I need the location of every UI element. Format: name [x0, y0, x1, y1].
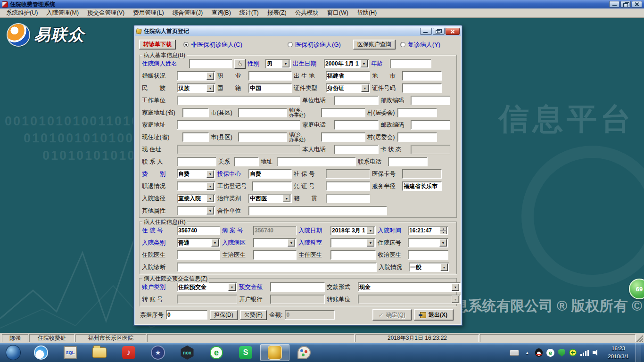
insurance-center-input[interactable]: 自费 — [248, 169, 292, 179]
restore-button[interactable] — [620, 1, 631, 8]
id-number-input[interactable] — [402, 83, 442, 93]
minimize-button[interactable] — [609, 1, 619, 8]
referral-download-button[interactable]: 转诊单下载 — [139, 40, 176, 49]
taskbar-clock[interactable]: 16:23 2018/3/1 — [605, 345, 632, 360]
home-village-input[interactable] — [397, 108, 437, 117]
ethnicity-select[interactable]: 汉族▼ — [177, 83, 215, 93]
radio-non-insurance-first-visit[interactable]: 非医保初诊病人(C) — [183, 41, 242, 49]
admission-type-select[interactable]: 普通▼ — [177, 238, 220, 247]
resident-doctor-input[interactable] — [177, 250, 220, 260]
deposit-amount-input[interactable] — [270, 282, 325, 292]
current-town-input[interactable] — [321, 132, 365, 142]
home-district-input[interactable] — [238, 108, 287, 117]
personal-phone-input[interactable] — [334, 145, 379, 154]
contact-name-input[interactable] — [177, 157, 216, 166]
money-plus-icon[interactable] — [569, 349, 577, 356]
browser-e-icon[interactable]: e — [202, 343, 231, 362]
home-address-input[interactable] — [177, 120, 300, 130]
department-select[interactable]: ▼ — [330, 238, 376, 247]
postal-code-input[interactable] — [411, 96, 450, 105]
home-province-input[interactable] — [182, 108, 209, 117]
marital-status-select[interactable]: ▼ — [177, 71, 215, 81]
nox-emulator-icon[interactable]: nox — [173, 343, 202, 362]
current-province-input[interactable] — [182, 132, 209, 142]
netease-music-icon[interactable]: ♪ — [114, 343, 143, 362]
ward-select[interactable]: ▼ — [253, 238, 297, 247]
keyboard-icon[interactable] — [510, 350, 519, 356]
qq-icon[interactable] — [535, 348, 543, 357]
insurance-account-query-button[interactable]: 医保账户查询 — [353, 40, 396, 49]
home-postal-input[interactable] — [411, 120, 450, 130]
guarantee-button[interactable]: 担保(D) — [210, 310, 238, 320]
menu-reports[interactable]: 报表(Z) — [263, 8, 291, 18]
confirm-button[interactable]: ✓ 确定(Q) — [372, 309, 412, 321]
admission-date-select[interactable]: 2018年 3月 1▼ — [330, 226, 376, 235]
menu-query[interactable]: 查询(B) — [207, 8, 235, 18]
nationality-input[interactable]: 中国 — [248, 83, 292, 93]
sql-tool-icon[interactable]: SQL — [56, 343, 85, 362]
occupation-input[interactable] — [248, 71, 292, 81]
spinner-buttons[interactable]: ▲▼ — [440, 227, 447, 234]
birthdate-select[interactable]: 2000年 1月 1▼ — [324, 59, 369, 68]
age-input[interactable] — [390, 59, 431, 68]
menu-comprehensive-management[interactable]: 综合管理(J) — [168, 8, 207, 18]
s-app-icon[interactable]: S — [231, 343, 260, 362]
menu-system-maintenance[interactable]: 系统维护(U) — [2, 8, 42, 18]
exit-button[interactable]: 退出(X) — [414, 309, 454, 321]
other-attribute-select[interactable]: ▼ — [177, 206, 215, 215]
voucher-no-input[interactable] — [326, 181, 370, 191]
account-type-select[interactable]: 住院预交金▼ — [177, 282, 237, 292]
name-lookup-button[interactable] — [234, 59, 246, 69]
receipt-no-input[interactable]: 0 — [166, 310, 207, 320]
hospital-app-icon[interactable] — [260, 344, 289, 361]
contact-phone-input[interactable] — [388, 157, 428, 166]
home-phone-input[interactable] — [334, 120, 379, 130]
radio-insurance-first-visit[interactable]: 医保初诊病人(G) — [288, 41, 341, 49]
menu-window[interactable]: 窗口(W) — [323, 8, 353, 18]
dialog-minimize-button[interactable] — [420, 28, 432, 35]
menu-admission-management[interactable]: 入院管理(M) — [42, 8, 83, 18]
tray-expand-icon[interactable]: ▲ — [523, 348, 531, 357]
birthplace-input[interactable]: 福建省 — [326, 71, 370, 81]
contact-address-input[interactable] — [277, 157, 356, 166]
attending-doctor-input[interactable] — [253, 250, 297, 260]
menu-fee-management[interactable]: 费用管理(L) — [129, 8, 168, 18]
menu-public-modules[interactable]: 公共模块 — [291, 8, 323, 18]
employment-status-select[interactable]: ▼ — [177, 181, 215, 191]
fee-type-select[interactable]: 自费▼ — [177, 169, 215, 179]
id-type-select[interactable]: 身份证▼ — [326, 83, 370, 93]
volume-icon[interactable] — [593, 349, 601, 356]
menu-statistics[interactable]: 统计(T) — [235, 8, 263, 18]
treatment-type-select[interactable]: 中西医▼ — [248, 194, 292, 203]
paint-tool-icon[interactable] — [289, 343, 319, 362]
chief-doctor-input[interactable] — [330, 250, 376, 260]
employer-input[interactable] — [177, 96, 300, 105]
start-button[interactable] — [0, 343, 26, 362]
admitting-doctor-input[interactable] — [408, 250, 448, 260]
menu-deposit-management[interactable]: 预交金管理(V) — [83, 8, 129, 18]
browser-360-icon[interactable]: e — [546, 349, 554, 357]
admission-diagnosis-input[interactable] — [177, 263, 377, 272]
current-village-input[interactable] — [397, 132, 437, 142]
payment-method-select[interactable]: 现金▼ — [358, 282, 461, 292]
close-button[interactable] — [632, 1, 642, 8]
file-explorer-icon[interactable] — [85, 343, 114, 362]
qq-browser-icon[interactable] — [26, 343, 56, 362]
home-town-input[interactable] — [321, 108, 365, 117]
bed-no-select[interactable]: ▼ — [408, 238, 448, 247]
arrears-button[interactable]: 欠费(F) — [240, 310, 267, 320]
employer-phone-input[interactable] — [334, 96, 379, 105]
admission-no-input[interactable]: 356740 — [177, 226, 220, 235]
contact-relation-input[interactable] — [234, 157, 259, 166]
partner-unit-input[interactable] — [248, 206, 387, 215]
radio-return-visit[interactable]: 复诊病人(Y) — [400, 41, 440, 49]
city-input[interactable] — [402, 71, 442, 81]
patient-name-input[interactable] — [189, 59, 232, 68]
injury-registry-input[interactable] — [252, 181, 292, 191]
admission-condition-select[interactable]: 一般▼ — [409, 263, 449, 272]
native-place-input[interactable] — [326, 194, 370, 203]
show-desktop-button[interactable] — [636, 343, 641, 362]
security-shield-icon[interactable] — [558, 349, 565, 357]
admission-route-select[interactable]: 直接入院▼ — [177, 194, 215, 203]
menu-help[interactable]: 帮助(H) — [353, 8, 381, 18]
